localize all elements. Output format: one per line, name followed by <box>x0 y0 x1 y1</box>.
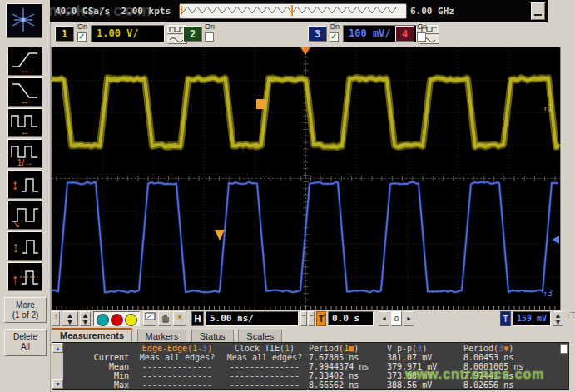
measurement-row-label: Min <box>64 371 134 380</box>
scroll-down-button[interactable]: ▼ <box>52 379 63 389</box>
measurement-header-cell: Period(1■) <box>309 344 387 353</box>
sidebar-meas-v-amplitude-button[interactable]: ↕ <box>7 170 42 199</box>
channel-3-on-label: On <box>330 22 340 31</box>
measurement-value: -------------- <box>134 362 221 371</box>
hand-icon <box>160 312 171 323</box>
measurement-header-cell: Edge-Edge(1-3) <box>134 344 221 353</box>
channel-4-on-label: On <box>417 22 427 31</box>
measurement-header-cell: Clock TIE(1) <box>221 344 309 353</box>
measurement-value: Meas all edges? <box>221 353 309 362</box>
sample-rate: 40.0 GSa/s <box>55 6 110 17</box>
measurement-value: 8.0001005 ns <box>463 362 568 371</box>
trigger-marker-label: ↑T <box>565 311 575 326</box>
measurement-value: 7.67885 ns <box>309 353 387 362</box>
sidebar-meas-frequency-button[interactable]: 1/↔ <box>7 139 42 168</box>
measurement-value: -------------- <box>134 380 221 390</box>
delete-all-button[interactable]: Delete All <box>4 329 47 356</box>
sample-rate-memory-readout: 40.0 GSa/s 2.00 kpts <box>55 6 171 17</box>
channel-3-on-checkbox[interactable] <box>330 32 339 42</box>
teal-marker-button[interactable] <box>97 314 109 326</box>
sidebar-meas-fall-time-button[interactable]: ↔ <box>7 77 42 107</box>
measurement-row: Max----------------------------8.66562 n… <box>64 380 568 390</box>
position-value[interactable]: 0 <box>391 311 402 326</box>
starburst-logo-icon <box>7 4 40 36</box>
brightness-button[interactable]: ☀ <box>173 311 186 326</box>
touch-button[interactable] <box>158 311 171 326</box>
measurement-value: 8.00453 ns <box>463 353 568 362</box>
time-edge-icon: ↘ <box>9 202 41 228</box>
acquisition-memory-bar[interactable] <box>179 3 407 19</box>
memory-bar-waveform-preview <box>180 4 404 17</box>
measurement-header-row: Edge-Edge(1-3)Clock TIE(1)Period(1■)V p-… <box>64 344 568 353</box>
app-logo-button[interactable] <box>6 3 42 38</box>
zoom-wave-button[interactable]: ~ <box>300 311 307 326</box>
measurement-row-label: Mean <box>64 362 134 371</box>
sidebar-meas-period-button[interactable]: ↔ <box>7 108 42 137</box>
sidebar-meas-time-edge-button[interactable]: ↘ <box>7 201 42 230</box>
marker-up-button[interactable]: ↑ <box>52 311 60 326</box>
measurement-row: CurrentMeas all edges?Meas all edges?7.6… <box>64 353 568 362</box>
fall-time-icon: ↔ <box>9 79 41 105</box>
v-average-icon: ↑ <box>9 264 41 290</box>
table-scroll-nub[interactable] <box>560 344 568 354</box>
wave-mode-button[interactable]: ~ <box>308 311 315 326</box>
trigger-level-field[interactable]: 159 mV <box>513 311 551 326</box>
marker-color-buttons[interactable] <box>93 311 140 326</box>
measurement-header-cell: V p-p(3) <box>387 344 463 353</box>
display-settings-button[interactable] <box>143 311 156 326</box>
more-measurements-button[interactable]: More (1 of 2) <box>4 297 47 323</box>
trigger-time-button[interactable]: T <box>316 311 326 326</box>
channel-bar: 1 On 1.00 V/ 2 On 3 On 100 mV/ 4 On <box>50 22 575 47</box>
svg-text:↔: ↔ <box>21 96 30 105</box>
waveform-display[interactable]: ↑1↑3 <box>52 47 560 310</box>
red-marker-button[interactable] <box>111 314 123 326</box>
yellow-marker-button[interactable] <box>125 314 137 326</box>
minimize-button[interactable] <box>531 2 545 20</box>
scroll-up-button[interactable]: ▲ <box>52 343 63 353</box>
channel-4-button[interactable]: 4 <box>395 26 414 42</box>
measurement-header-cell: Period(3▼) <box>463 344 568 353</box>
horizontal-setup-button[interactable]: H <box>191 311 204 326</box>
channel-4-on-checkbox[interactable] <box>417 32 426 42</box>
trigger-level-button[interactable]: T <box>500 311 511 326</box>
timebase-field[interactable]: 5.00 ns/ <box>206 311 299 326</box>
channel-1-on-checkbox[interactable] <box>77 32 87 42</box>
svg-text:↑: ↑ <box>12 272 18 286</box>
svg-text:↔: ↔ <box>21 127 30 136</box>
sidebar-meas-v-peak-peak-button[interactable]: ↕ <box>7 231 42 261</box>
svg-text:↕: ↕ <box>12 177 19 193</box>
delete-button-line1: Delete <box>5 332 46 342</box>
channel-2-on-checkbox[interactable] <box>205 32 214 42</box>
fine-spinner[interactable]: ▲▼ <box>80 311 91 326</box>
measurement-value: -------------- <box>221 380 309 390</box>
svg-text:↕: ↕ <box>12 239 20 256</box>
measurement-value: -------------- <box>134 371 221 380</box>
channel-2-button[interactable]: 2 <box>183 26 202 42</box>
bottom-panel-tabs: Measurements Markers Status Scales <box>52 328 283 342</box>
position-right-button[interactable]: ► <box>404 311 414 326</box>
sidebar-meas-rise-time-button[interactable]: ↔ <box>7 47 42 76</box>
sidebar-meas-v-average-button[interactable]: ↑ <box>7 262 42 291</box>
v-peak-peak-icon: ↕ <box>9 233 41 259</box>
measurement-value: 8.02656 ns <box>463 380 568 390</box>
acquisition-bar: 40.0 GSa/s 2.00 kpts 6.00 GHz <box>50 0 548 22</box>
frequency-icon: 1/↔ <box>9 141 41 166</box>
memory-depth: 2.00 kpts <box>121 6 171 17</box>
channel-1-button[interactable]: 1 <box>55 26 74 42</box>
measurements-scrollbar[interactable]: ▲ ▼ <box>52 343 63 389</box>
trigger-level-spinner[interactable]: ▲▼ <box>553 311 563 326</box>
measurement-row-label: Max <box>64 380 134 390</box>
channel-3-button[interactable]: 3 <box>308 26 327 42</box>
position-left-button[interactable]: ◄ <box>379 311 389 326</box>
measurements-panel: ▲ ▼ Edge-Edge(1-3)Clock TIE(1)Period(1■)… <box>52 342 569 390</box>
rise-time-icon: ↔ <box>9 48 41 74</box>
measurement-row-label: Current <box>64 353 134 362</box>
measurement-value: 8.66562 ns <box>309 380 387 390</box>
horizontal-position-field[interactable]: 0.0 s <box>328 311 374 326</box>
measurement-value: 7.97441 ns <box>463 371 568 380</box>
position-spinner[interactable]: ▲▼ <box>62 311 78 326</box>
svg-text:1/↔: 1/↔ <box>17 158 32 166</box>
measurement-value: 381.07 mV <box>387 353 463 362</box>
period-icon: ↔ <box>9 110 41 136</box>
channel-1-scale-field[interactable]: 1.00 V/ <box>91 25 165 42</box>
